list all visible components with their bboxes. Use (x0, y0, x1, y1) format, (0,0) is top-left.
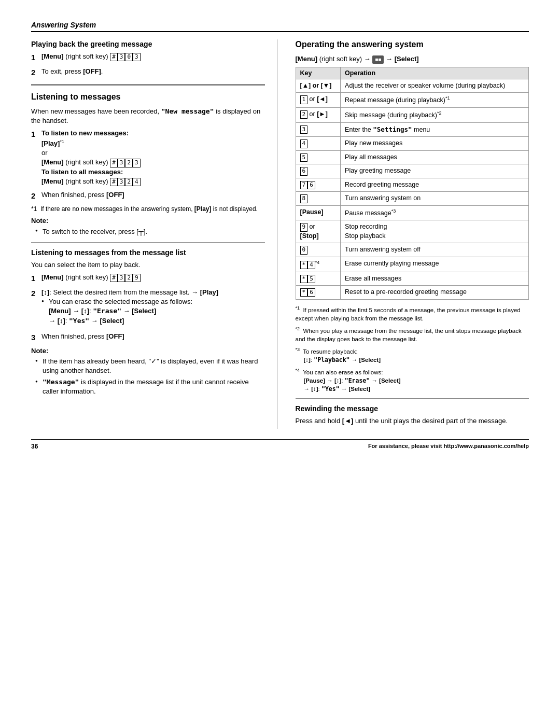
table-row: 76 Record greeting message (296, 178, 529, 192)
op-cell: Pause message*3 (341, 205, 529, 220)
step-1-content: [Menu] (right soft key) #303 (41, 52, 265, 63)
key-cell: [Pause] (296, 205, 341, 220)
table-row: 4 Play new messages (296, 137, 529, 151)
footnote-4: *4 You can also erase as follows: [Pause… (296, 367, 529, 393)
section-operating-title: Operating the answering system (296, 39, 529, 50)
right-column: Operating the answering system [Menu] (r… (293, 39, 529, 429)
op-cell: Erase currently playing message (341, 257, 529, 272)
op-cell: Erase all messages (341, 272, 529, 286)
col-operation: Operation (341, 67, 529, 79)
table-row: *5 Erase all messages (296, 272, 529, 286)
table-row: 9 or[Stop] Stop recordingStop playback (296, 220, 529, 243)
key-cell: 0 (296, 243, 341, 257)
section-message-list-title: Listening to messages from the message l… (31, 248, 265, 257)
msglist-bullets: You can erase the selected message as fo… (41, 297, 265, 326)
listen-step-2-num: 2 (31, 190, 41, 201)
key-cell: [▲] or [▼] (296, 79, 341, 93)
msglist-step-1-content: [Menu] (right soft key) #329 (41, 273, 265, 284)
section-playback-greeting-title: Playing back the greeting message (31, 39, 265, 49)
op-cell: Skip message (during playback)*2 (341, 108, 529, 123)
section-message-list: Listening to messages from the message l… (31, 248, 265, 397)
listen-step-2-content: When finished, press [OFF] (41, 190, 265, 201)
op-cell: Turn answering system on (341, 192, 529, 206)
section-listening-title: Listening to messages (31, 92, 265, 103)
key-cell: 9 or[Stop] (296, 220, 341, 243)
col-key: Key (296, 67, 341, 79)
key-cell: 1 or [◄] (296, 93, 341, 108)
section-rewind: Rewinding the message Press and hold [◄]… (296, 404, 529, 426)
key-cell: 2 or [►] (296, 108, 341, 123)
op-cell: Repeat message (during playback)*1 (341, 93, 529, 108)
section-listening: Listening to messages When new messages … (31, 92, 265, 236)
key-cell: 76 (296, 178, 341, 192)
op-cell: Turn answering system off (341, 243, 529, 257)
footer-url: For assistance, please visit http://www.… (368, 443, 529, 450)
step-2-content: To exit, press [OFF]. (41, 67, 265, 78)
msglist-note-2: "Message" is displayed in the message li… (35, 377, 265, 396)
table-row: *6 Reset to a pre-recorded greeting mess… (296, 286, 529, 300)
page-number: 36 (31, 443, 38, 450)
left-column: Playing back the greeting message 1 [Men… (31, 39, 278, 429)
page-footer: 36 For assistance, please visit http://w… (31, 439, 529, 450)
table-row: [▲] or [▼] Adjust the receiver or speake… (296, 79, 529, 93)
key-cell: 3 (296, 122, 341, 137)
operating-menu-path: [Menu] (right soft key) → ■■ → [Select] (296, 54, 529, 64)
message-list-intro: You can select the item to play back. (31, 260, 265, 270)
footnote-2: *2 When you play a message from the mess… (296, 326, 529, 343)
op-cell: Play greeting message (341, 164, 529, 178)
listen-footnote1: *1 If there are no new messages in the a… (31, 205, 265, 213)
table-row: 3 Enter the "Settings" menu (296, 122, 529, 137)
listen-note-item: To switch to the receiver, press [┬]. (35, 227, 265, 237)
op-cell: Play new messages (341, 137, 529, 151)
msglist-step-2-content: [↕]: Select the desired item from the me… (41, 288, 265, 328)
listening-intro: When new messages have been recorded, "N… (31, 107, 265, 125)
op-cell: Play all messages (341, 150, 529, 164)
op-cell: Enter the "Settings" menu (341, 122, 529, 137)
table-row: 1 or [◄] Repeat message (during playback… (296, 93, 529, 108)
section-playback-greeting: Playing back the greeting message 1 [Men… (31, 39, 265, 78)
msglist-erase-info: You can erase the selected message as fo… (41, 297, 265, 326)
table-row: [Pause] Pause message*3 (296, 205, 529, 220)
listen-step-1-num: 1 (31, 129, 41, 186)
key-cell: *4*4 (296, 257, 341, 272)
operations-table: Key Operation [▲] or [▼] Adjust the rece… (296, 67, 529, 300)
page-header: Answering System (31, 21, 529, 32)
table-row: *4*4 Erase currently playing message (296, 257, 529, 272)
listen-step-1-content: To listen to new messages: [Play]*1 or [… (41, 129, 265, 186)
op-cell: Record greeting message (341, 178, 529, 192)
listen-notes: To switch to the receiver, press [┬]. (35, 227, 265, 237)
table-row: 8 Turn answering system on (296, 192, 529, 206)
section-operating: Operating the answering system [Menu] (r… (296, 39, 529, 393)
key-cell: 6 (296, 164, 341, 178)
key-cell: 5 (296, 150, 341, 164)
op-cell: Adjust the receiver or speaker volume (d… (341, 79, 529, 93)
table-footnotes: *1 If pressed within the first 5 seconds… (296, 305, 529, 393)
msglist-note-1: If the item has already been heard, "✓" … (35, 357, 265, 375)
footnote-3: *3 To resume playback: [↕]: "Playback" →… (296, 346, 529, 364)
msglist-step-3-num: 3 (31, 332, 41, 343)
footnote-1: *1 If pressed within the first 5 seconds… (296, 305, 529, 323)
section-rewind-title: Rewinding the message (296, 404, 529, 413)
msglist-step-3-content: When finished, press [OFF] (41, 332, 265, 343)
table-row: 0 Turn answering system off (296, 243, 529, 257)
msglist-step-2-num: 2 (31, 288, 41, 328)
table-row: 6 Play greeting message (296, 164, 529, 178)
listen-note-label: Note: (31, 217, 265, 225)
key-cell: *6 (296, 286, 341, 300)
rewind-text: Press and hold [◄] until the unit plays … (296, 416, 529, 426)
msglist-note-label: Note: (31, 347, 265, 355)
op-cell: Stop recordingStop playback (341, 220, 529, 243)
key-cell: 4 (296, 137, 341, 151)
key-cell: *5 (296, 272, 341, 286)
table-row: 5 Play all messages (296, 150, 529, 164)
msglist-notes: If the item has already been heard, "✓" … (35, 357, 265, 397)
msglist-step-1-num: 1 (31, 273, 41, 284)
table-row: 2 or [►] Skip message (during playback)*… (296, 108, 529, 123)
step-1-num: 1 (31, 52, 41, 63)
op-cell: Reset to a pre-recorded greeting message (341, 286, 529, 300)
step-2-num: 2 (31, 67, 41, 78)
key-cell: 8 (296, 192, 341, 206)
